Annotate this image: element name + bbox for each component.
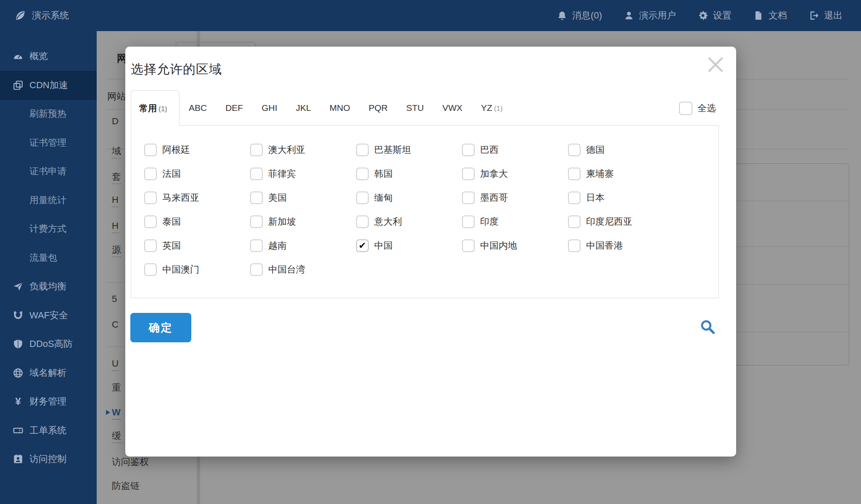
checkbox[interactable]: ✔ <box>462 168 475 180</box>
checkbox[interactable]: ✔ <box>356 168 369 180</box>
checkbox[interactable]: ✔ <box>144 192 157 204</box>
ticket-icon <box>13 425 24 436</box>
country-checkbox-14[interactable]: ✔日本 <box>568 186 674 210</box>
country-checkbox-0[interactable]: ✔阿根廷 <box>144 138 250 162</box>
tab-4[interactable]: JKL <box>287 90 320 126</box>
checkbox[interactable]: ✔ <box>356 239 369 252</box>
navbar-item-4[interactable]: 退出 <box>809 9 843 22</box>
checkbox[interactable]: ✔ <box>250 168 263 180</box>
country-checkbox-26[interactable]: ✔中国台湾 <box>250 257 356 281</box>
country-checkbox-25[interactable]: ✔中国澳门 <box>144 257 250 281</box>
country-label: 越南 <box>268 239 287 252</box>
country-checkbox-2[interactable]: ✔巴基斯坦 <box>356 138 462 162</box>
checkbox[interactable]: ✔ <box>250 144 263 156</box>
tab-0-active[interactable]: 常用(1) <box>131 90 180 126</box>
sidebar-item-label: 用量统计 <box>29 194 66 207</box>
sidebar-item-2[interactable]: 刷新预热 <box>0 100 97 129</box>
sidebar-item-5[interactable]: 用量统计 <box>0 186 97 215</box>
confirm-button[interactable]: 确定 <box>130 313 191 342</box>
checkbox[interactable]: ✔ <box>144 239 157 252</box>
checkbox[interactable]: ✔ <box>462 144 475 156</box>
tab-2[interactable]: DEF <box>216 90 252 126</box>
checkbox[interactable]: ✔ <box>356 144 369 156</box>
checkbox[interactable]: ✔ <box>250 215 263 228</box>
checkbox[interactable]: ✔ <box>144 263 157 276</box>
sidebar-item-label: 流量包 <box>29 252 57 264</box>
tab-8[interactable]: VWX <box>433 90 472 126</box>
close-icon[interactable] <box>706 55 725 74</box>
country-checkbox-13[interactable]: ✔墨西哥 <box>462 186 568 210</box>
checkbox[interactable]: ✔ <box>568 168 581 180</box>
select-all-checkbox[interactable]: ✔ <box>679 102 692 115</box>
country-checkbox-3[interactable]: ✔巴西 <box>462 138 568 162</box>
country-checkbox-12[interactable]: ✔缅甸 <box>356 186 462 210</box>
sidebar-item-4[interactable]: 证书申请 <box>0 157 97 186</box>
sidebar-item-0[interactable]: 概览 <box>0 42 97 71</box>
country-checkbox-18[interactable]: ✔印度 <box>462 210 568 234</box>
checkbox[interactable]: ✔ <box>250 263 263 276</box>
navbar-item-3[interactable]: 文档 <box>753 9 787 22</box>
country-checkbox-10[interactable]: ✔马来西亚 <box>144 186 250 210</box>
country-label: 巴西 <box>480 144 499 156</box>
sidebar-item-11[interactable]: 域名解析 <box>0 359 97 388</box>
country-checkbox-17[interactable]: ✔意大利 <box>356 210 462 234</box>
checkbox[interactable]: ✔ <box>568 192 581 204</box>
sidebar-item-14[interactable]: 访问控制 <box>0 445 97 474</box>
country-label: 印度 <box>480 215 499 228</box>
checkbox[interactable]: ✔ <box>144 215 157 228</box>
checkbox[interactable]: ✔ <box>144 144 157 156</box>
sidebar-item-9[interactable]: WAF安全 <box>0 301 97 330</box>
checkbox[interactable]: ✔ <box>250 192 263 204</box>
country-checkbox-5[interactable]: ✔法国 <box>144 162 250 186</box>
country-checkbox-19[interactable]: ✔印度尼西亚 <box>568 210 674 234</box>
sidebar-item-8[interactable]: 负载均衡 <box>0 272 97 301</box>
tab-9[interactable]: YZ(1) <box>472 90 512 126</box>
navbar-item-2[interactable]: 设置 <box>698 9 732 22</box>
checkbox[interactable]: ✔ <box>356 192 369 204</box>
country-label: 泰国 <box>162 215 181 228</box>
navbar-item-label: 设置 <box>713 9 732 22</box>
country-checkbox-9[interactable]: ✔柬埔寨 <box>568 162 674 186</box>
tab-1[interactable]: ABC <box>180 90 216 126</box>
country-checkbox-6[interactable]: ✔菲律宾 <box>250 162 356 186</box>
checkbox[interactable]: ✔ <box>568 144 581 156</box>
sidebar-item-1[interactable]: CDN加速 <box>0 71 97 100</box>
country-checkbox-16[interactable]: ✔新加坡 <box>250 210 356 234</box>
tab-7[interactable]: STU <box>397 90 433 126</box>
country-checkbox-15[interactable]: ✔泰国 <box>144 210 250 234</box>
country-checkbox-11[interactable]: ✔美国 <box>250 186 356 210</box>
checkbox[interactable]: ✔ <box>356 215 369 228</box>
tab-3[interactable]: GHI <box>252 90 286 126</box>
bell-icon <box>557 10 567 21</box>
checkbox[interactable]: ✔ <box>568 239 581 252</box>
country-checkbox-20[interactable]: ✔英国 <box>144 234 250 257</box>
sidebar-item-13[interactable]: 工单系统 <box>0 416 97 445</box>
country-checkbox-24[interactable]: ✔中国香港 <box>568 234 674 257</box>
sidebar-item-7[interactable]: 流量包 <box>0 244 97 273</box>
country-checkbox-7[interactable]: ✔韩国 <box>356 162 462 186</box>
sidebar-item-3[interactable]: 证书管理 <box>0 129 97 158</box>
checkbox[interactable]: ✔ <box>250 239 263 252</box>
country-checkbox-23[interactable]: ✔中国内地 <box>462 234 568 257</box>
tab-5[interactable]: MNO <box>320 90 359 126</box>
checkbox[interactable]: ✔ <box>462 239 475 252</box>
search-icon[interactable] <box>700 319 716 335</box>
checkbox[interactable]: ✔ <box>462 215 475 228</box>
checkbox[interactable]: ✔ <box>568 215 581 228</box>
country-checkbox-22[interactable]: ✔中国 <box>356 234 462 257</box>
country-checkbox-8[interactable]: ✔加拿大 <box>462 162 568 186</box>
checkbox[interactable]: ✔ <box>462 192 475 204</box>
sidebar-item-label: 访问控制 <box>29 453 66 465</box>
country-checkbox-21[interactable]: ✔越南 <box>250 234 356 257</box>
sidebar-item-12[interactable]: ¥财务管理 <box>0 387 97 416</box>
country-checkbox-1[interactable]: ✔澳大利亚 <box>250 138 356 162</box>
leaf-icon <box>14 10 26 21</box>
navbar-item-1[interactable]: 演示用户 <box>624 9 676 22</box>
sidebar-item-10[interactable]: DDoS高防 <box>0 330 97 359</box>
navbar-item-0[interactable]: 消息(0) <box>557 9 602 22</box>
country-checkbox-4[interactable]: ✔德国 <box>568 138 674 162</box>
tab-6[interactable]: PQR <box>359 90 397 126</box>
select-all[interactable]: ✔ 全选 <box>679 102 716 115</box>
checkbox[interactable]: ✔ <box>144 168 157 180</box>
sidebar-item-6[interactable]: 计费方式 <box>0 215 97 244</box>
